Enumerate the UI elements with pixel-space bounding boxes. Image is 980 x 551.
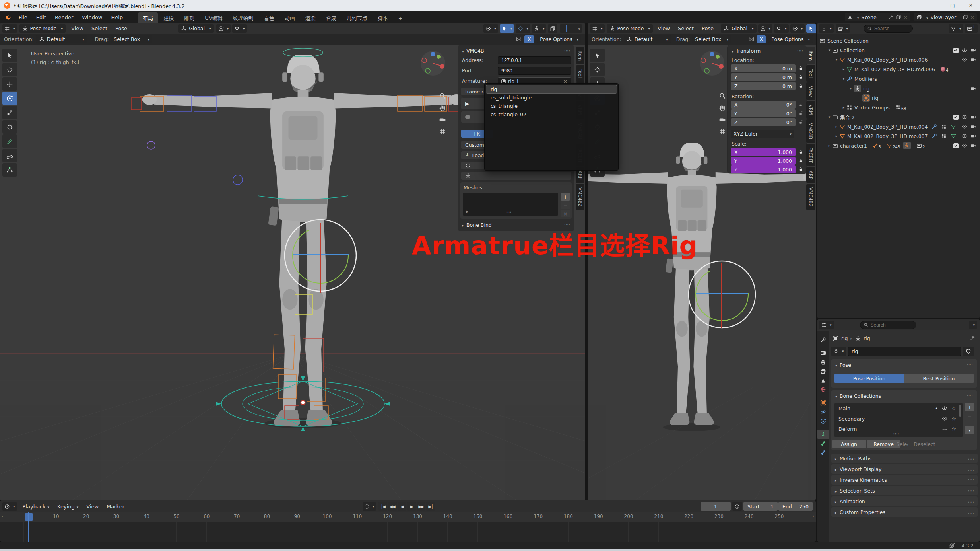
outliner-row[interactable]: rig	[817, 93, 980, 103]
outliner-row[interactable]: ▾ Collection	[817, 45, 980, 55]
start-frame-field[interactable]: Start1	[743, 502, 778, 511]
render-camera-toggle[interactable]	[969, 47, 978, 53]
blender-menu-icon[interactable]	[5, 14, 11, 20]
properties-tab[interactable]	[817, 358, 829, 367]
properties-tab[interactable]	[817, 385, 829, 394]
viewport-menu-item[interactable]: Select	[674, 25, 698, 31]
address-input[interactable]	[498, 56, 571, 64]
properties-options-dropdown[interactable]	[969, 321, 977, 329]
shading-mode-button[interactable]	[572, 25, 574, 32]
sidebar-tab[interactable]: VRM	[806, 101, 815, 119]
close-button[interactable]: ✕	[962, 0, 980, 11]
breadcrumb-object[interactable]: rig	[841, 335, 848, 341]
value-slider[interactable]: Z0°	[731, 118, 796, 126]
zoom-icon[interactable]	[439, 92, 446, 99]
overlays-toggle[interactable]	[516, 24, 530, 33]
drag-handle-icon[interactable]	[797, 48, 803, 54]
gizmo-toggle[interactable]	[806, 24, 816, 33]
hide-eye-toggle[interactable]	[960, 57, 969, 62]
pan-hand-icon[interactable]	[719, 104, 726, 111]
tool-button[interactable]	[2, 120, 17, 134]
exclude-checkbox[interactable]	[951, 115, 960, 120]
add-collection-button[interactable]: +	[965, 403, 974, 411]
viewport-menu-item[interactable]: View	[654, 25, 674, 31]
pose-position-button[interactable]: Pose Position	[834, 374, 904, 383]
playhead[interactable]	[28, 512, 29, 542]
lock-icon[interactable]	[798, 167, 803, 172]
collapsed-panel[interactable]: Selection Sets	[831, 486, 978, 495]
collapsed-panel[interactable]: Custom Properties	[831, 507, 978, 517]
new-viewlayer-icon[interactable]	[963, 14, 968, 20]
sidebar-tab[interactable]: VMC4B	[806, 119, 815, 143]
properties-search[interactable]	[860, 321, 916, 329]
app-menu-item[interactable]: Edit	[32, 11, 50, 23]
mirror-icon[interactable]	[516, 36, 522, 43]
workspace-tab[interactable]: 合成	[321, 12, 341, 23]
drag-value-dropdown[interactable]: Select Box	[111, 35, 152, 43]
breadcrumb-data[interactable]: rig	[864, 335, 870, 341]
search-input[interactable]	[874, 26, 906, 31]
viewport-menu-item[interactable]: Select	[87, 25, 111, 31]
clear-meshes-button[interactable]: ×	[561, 210, 570, 217]
orientation-value-dropdown[interactable]: Default	[624, 35, 671, 43]
navigation-gizmo[interactable]	[420, 50, 446, 76]
lock-open-icon[interactable]	[798, 102, 803, 107]
render-camera-toggle[interactable]	[969, 143, 978, 148]
expand-arrow[interactable]: ▾	[834, 58, 839, 62]
expand-arrow[interactable]: ▸	[841, 105, 846, 109]
drag-handle-icon[interactable]	[564, 48, 570, 54]
outliner-row[interactable]: Scene Collection	[817, 36, 980, 45]
visibility-dropdown[interactable]	[790, 24, 805, 33]
bone-collection-row[interactable]: Main	[834, 403, 963, 413]
value-slider[interactable]: X0 m	[731, 64, 796, 72]
mode-dropdown[interactable]: Pose Mode	[607, 24, 653, 33]
sidebar-tab[interactable]: Item	[806, 47, 815, 64]
app-menu-item[interactable]: Render	[50, 11, 78, 23]
hide-eye-toggle[interactable]	[960, 47, 969, 53]
zoom-icon[interactable]	[719, 92, 726, 99]
editor-type-button[interactable]	[819, 321, 834, 329]
workspace-tab[interactable]: 动画	[280, 12, 300, 23]
action-button[interactable]: Deselect	[908, 440, 941, 448]
action-button[interactable]: Remove	[867, 440, 900, 448]
magnet-snap-toggle[interactable]	[232, 24, 247, 33]
lock-icon[interactable]	[798, 150, 803, 154]
expand-arrow[interactable]: ▸	[841, 67, 846, 71]
action-button[interactable]: Assign	[832, 440, 866, 448]
value-slider[interactable]: X1.000	[731, 148, 796, 156]
visibility-eye-icon[interactable]	[942, 405, 947, 411]
outliner-row[interactable]: ▾ rig	[817, 84, 980, 93]
scrollbar[interactable]	[959, 405, 961, 417]
viewport-menu-item[interactable]: Pose	[111, 25, 131, 31]
character-model[interactable]	[588, 142, 814, 425]
rest-position-button[interactable]: Rest Position	[904, 374, 974, 383]
outliner-row[interactable]: ▸ M_Kai_002_Body_3P_HD.mo.007	[817, 131, 980, 141]
shading-mode-button[interactable]	[562, 25, 564, 32]
list-expand-icon[interactable]: ▶	[466, 210, 469, 214]
timeline-menu-item[interactable]: Marker	[103, 504, 128, 510]
drag-handle-icon[interactable]	[564, 222, 570, 228]
properties-tab[interactable]	[817, 448, 829, 457]
outliner-row[interactable]: ▾ 集合 2	[817, 112, 980, 122]
camera-view-icon[interactable]	[439, 116, 446, 123]
render-camera-toggle[interactable]	[969, 57, 978, 62]
list-resize-handle[interactable]	[506, 208, 512, 214]
editor-type-button[interactable]	[590, 24, 605, 33]
timeline-menu-item[interactable]: Playback	[19, 504, 54, 510]
outliner-row[interactable]: ▸ Vertex Groups 68	[817, 103, 980, 112]
properties-tab[interactable]	[817, 417, 829, 426]
workspace-tab[interactable]: 渲染	[301, 12, 320, 23]
collapsed-panel[interactable]: Viewport Display	[831, 464, 978, 474]
outliner-row[interactable]: ▾ Modifiers	[817, 74, 980, 84]
hide-eye-toggle[interactable]	[960, 143, 969, 148]
properties-tab[interactable]	[817, 376, 829, 385]
lock-icon[interactable]	[798, 75, 803, 80]
auto-key-button[interactable]	[363, 502, 376, 511]
sidebar-tab[interactable]: Tool	[576, 65, 584, 81]
armature-dropdown-item[interactable]: cs_triangle_02	[486, 110, 617, 119]
mirror-x-toggle[interactable]: X	[757, 35, 766, 43]
pan-hand-icon[interactable]	[439, 104, 446, 111]
timeline-ruler[interactable]: 1020304050607080901001101201301401501601…	[0, 512, 816, 522]
properties-tab[interactable]	[817, 367, 829, 376]
properties-tab[interactable]	[817, 430, 829, 439]
